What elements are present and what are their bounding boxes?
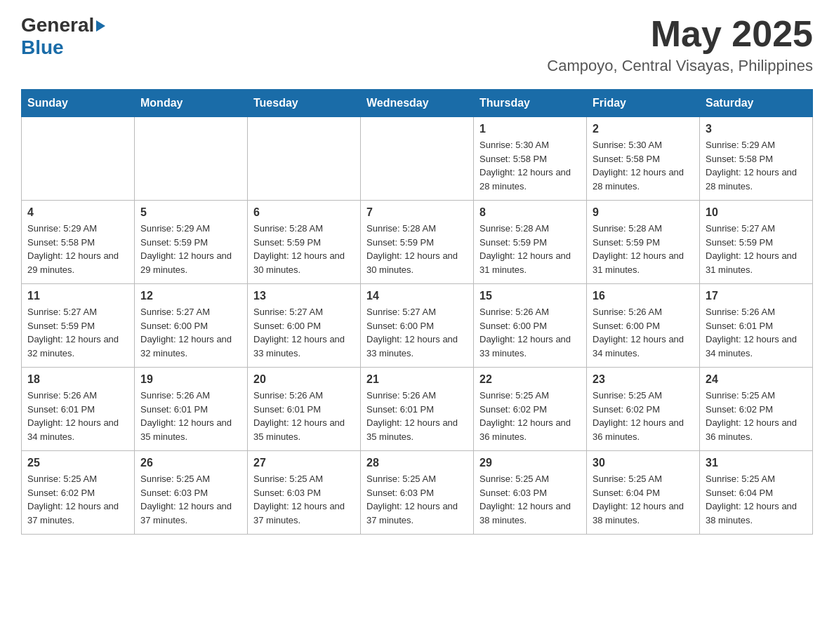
calendar-cell: 4Sunrise: 5:29 AMSunset: 5:58 PMDaylight… <box>22 201 135 284</box>
day-number: 14 <box>366 290 468 302</box>
day-info: Sunrise: 5:29 AMSunset: 5:58 PMDaylight:… <box>27 222 128 276</box>
calendar-cell: 26Sunrise: 5:25 AMSunset: 6:03 PMDayligh… <box>135 451 248 535</box>
calendar-cell: 16Sunrise: 5:26 AMSunset: 6:00 PMDayligh… <box>587 284 700 368</box>
day-info: Sunrise: 5:25 AMSunset: 6:03 PMDaylight:… <box>366 472 468 527</box>
day-number: 16 <box>593 290 694 302</box>
calendar-week-row: 4Sunrise: 5:29 AMSunset: 5:58 PMDaylight… <box>22 201 813 284</box>
day-number: 3 <box>706 123 807 135</box>
day-info: Sunrise: 5:28 AMSunset: 5:59 PMDaylight:… <box>253 222 355 276</box>
calendar-cell <box>22 117 135 201</box>
day-number: 11 <box>27 290 128 302</box>
logo: General Blue <box>21 14 105 59</box>
column-header-wednesday: Wednesday <box>361 90 474 117</box>
day-number: 9 <box>593 206 694 219</box>
calendar-week-row: 25Sunrise: 5:25 AMSunset: 6:02 PMDayligh… <box>22 451 813 535</box>
day-info: Sunrise: 5:26 AMSunset: 6:01 PMDaylight:… <box>706 305 807 360</box>
calendar-cell: 11Sunrise: 5:27 AMSunset: 5:59 PMDayligh… <box>22 284 135 368</box>
day-number: 18 <box>27 373 128 386</box>
day-info: Sunrise: 5:26 AMSunset: 6:01 PMDaylight:… <box>253 389 355 443</box>
day-info: Sunrise: 5:25 AMSunset: 6:02 PMDaylight:… <box>593 389 694 443</box>
page-header: General Blue May 2025 Campoyo, Central V… <box>21 14 813 75</box>
calendar-cell: 12Sunrise: 5:27 AMSunset: 6:00 PMDayligh… <box>135 284 248 368</box>
day-info: Sunrise: 5:26 AMSunset: 6:01 PMDaylight:… <box>140 389 241 443</box>
day-number: 26 <box>140 457 241 469</box>
day-number: 29 <box>479 457 581 469</box>
day-number: 2 <box>593 123 694 135</box>
column-header-thursday: Thursday <box>474 90 587 117</box>
logo-blue: Blue <box>21 36 64 59</box>
day-info: Sunrise: 5:25 AMSunset: 6:02 PMDaylight:… <box>479 389 581 443</box>
day-number: 8 <box>479 206 581 219</box>
column-header-tuesday: Tuesday <box>248 90 361 117</box>
calendar-cell: 20Sunrise: 5:26 AMSunset: 6:01 PMDayligh… <box>248 368 361 451</box>
day-info: Sunrise: 5:25 AMSunset: 6:04 PMDaylight:… <box>706 472 807 527</box>
column-header-sunday: Sunday <box>22 90 135 117</box>
day-info: Sunrise: 5:25 AMSunset: 6:04 PMDaylight:… <box>593 472 694 527</box>
calendar-cell: 3Sunrise: 5:29 AMSunset: 5:58 PMDaylight… <box>700 117 813 201</box>
calendar-week-row: 1Sunrise: 5:30 AMSunset: 5:58 PMDaylight… <box>22 117 813 201</box>
title-section: May 2025 Campoyo, Central Visayas, Phili… <box>547 14 813 75</box>
day-number: 17 <box>706 290 807 302</box>
day-info: Sunrise: 5:27 AMSunset: 5:59 PMDaylight:… <box>27 305 128 360</box>
day-info: Sunrise: 5:26 AMSunset: 6:01 PMDaylight:… <box>366 389 468 443</box>
logo-general: General <box>21 14 94 36</box>
day-number: 10 <box>706 206 807 219</box>
day-info: Sunrise: 5:30 AMSunset: 5:58 PMDaylight:… <box>479 138 581 193</box>
calendar-week-row: 18Sunrise: 5:26 AMSunset: 6:01 PMDayligh… <box>22 368 813 451</box>
day-info: Sunrise: 5:27 AMSunset: 6:00 PMDaylight:… <box>140 305 241 360</box>
calendar-cell: 17Sunrise: 5:26 AMSunset: 6:01 PMDayligh… <box>700 284 813 368</box>
calendar-cell: 21Sunrise: 5:26 AMSunset: 6:01 PMDayligh… <box>361 368 474 451</box>
column-header-friday: Friday <box>587 90 700 117</box>
day-number: 13 <box>253 290 355 302</box>
calendar-cell: 7Sunrise: 5:28 AMSunset: 5:59 PMDaylight… <box>361 201 474 284</box>
day-number: 24 <box>706 373 807 386</box>
day-number: 30 <box>593 457 694 469</box>
day-info: Sunrise: 5:26 AMSunset: 6:00 PMDaylight:… <box>593 305 694 360</box>
day-info: Sunrise: 5:25 AMSunset: 6:02 PMDaylight:… <box>706 389 807 443</box>
calendar-cell: 28Sunrise: 5:25 AMSunset: 6:03 PMDayligh… <box>361 451 474 535</box>
calendar-cell: 24Sunrise: 5:25 AMSunset: 6:02 PMDayligh… <box>700 368 813 451</box>
day-number: 23 <box>593 373 694 386</box>
calendar-cell: 22Sunrise: 5:25 AMSunset: 6:02 PMDayligh… <box>474 368 587 451</box>
calendar-cell: 14Sunrise: 5:27 AMSunset: 6:00 PMDayligh… <box>361 284 474 368</box>
calendar-cell: 13Sunrise: 5:27 AMSunset: 6:00 PMDayligh… <box>248 284 361 368</box>
logo-triangle-icon <box>96 20 105 32</box>
day-number: 7 <box>366 206 468 219</box>
month-title: May 2025 <box>547 14 813 54</box>
day-info: Sunrise: 5:28 AMSunset: 5:59 PMDaylight:… <box>593 222 694 276</box>
calendar-cell: 9Sunrise: 5:28 AMSunset: 5:59 PMDaylight… <box>587 201 700 284</box>
day-info: Sunrise: 5:29 AMSunset: 5:58 PMDaylight:… <box>706 138 807 193</box>
column-header-monday: Monday <box>135 90 248 117</box>
calendar-cell <box>248 117 361 201</box>
day-number: 5 <box>140 206 241 219</box>
day-number: 15 <box>479 290 581 302</box>
calendar-cell: 15Sunrise: 5:26 AMSunset: 6:00 PMDayligh… <box>474 284 587 368</box>
day-info: Sunrise: 5:30 AMSunset: 5:58 PMDaylight:… <box>593 138 694 193</box>
calendar-cell: 30Sunrise: 5:25 AMSunset: 6:04 PMDayligh… <box>587 451 700 535</box>
calendar-header-row: SundayMondayTuesdayWednesdayThursdayFrid… <box>22 90 813 117</box>
calendar-cell: 8Sunrise: 5:28 AMSunset: 5:59 PMDaylight… <box>474 201 587 284</box>
calendar-cell: 31Sunrise: 5:25 AMSunset: 6:04 PMDayligh… <box>700 451 813 535</box>
calendar-cell: 25Sunrise: 5:25 AMSunset: 6:02 PMDayligh… <box>22 451 135 535</box>
calendar-cell: 5Sunrise: 5:29 AMSunset: 5:59 PMDaylight… <box>135 201 248 284</box>
day-number: 19 <box>140 373 241 386</box>
calendar-cell <box>135 117 248 201</box>
day-number: 28 <box>366 457 468 469</box>
day-number: 20 <box>253 373 355 386</box>
calendar-cell: 18Sunrise: 5:26 AMSunset: 6:01 PMDayligh… <box>22 368 135 451</box>
day-info: Sunrise: 5:27 AMSunset: 6:00 PMDaylight:… <box>253 305 355 360</box>
day-info: Sunrise: 5:27 AMSunset: 5:59 PMDaylight:… <box>706 222 807 276</box>
day-info: Sunrise: 5:28 AMSunset: 5:59 PMDaylight:… <box>479 222 581 276</box>
calendar-table: SundayMondayTuesdayWednesdayThursdayFrid… <box>21 89 813 535</box>
day-number: 31 <box>706 457 807 469</box>
day-info: Sunrise: 5:27 AMSunset: 6:00 PMDaylight:… <box>366 305 468 360</box>
location-title: Campoyo, Central Visayas, Philippines <box>547 57 813 75</box>
day-info: Sunrise: 5:25 AMSunset: 6:02 PMDaylight:… <box>27 472 128 527</box>
calendar-cell: 6Sunrise: 5:28 AMSunset: 5:59 PMDaylight… <box>248 201 361 284</box>
day-info: Sunrise: 5:25 AMSunset: 6:03 PMDaylight:… <box>140 472 241 527</box>
calendar-cell: 19Sunrise: 5:26 AMSunset: 6:01 PMDayligh… <box>135 368 248 451</box>
day-info: Sunrise: 5:25 AMSunset: 6:03 PMDaylight:… <box>479 472 581 527</box>
calendar-cell: 2Sunrise: 5:30 AMSunset: 5:58 PMDaylight… <box>587 117 700 201</box>
calendar-cell <box>361 117 474 201</box>
day-number: 1 <box>479 123 581 135</box>
